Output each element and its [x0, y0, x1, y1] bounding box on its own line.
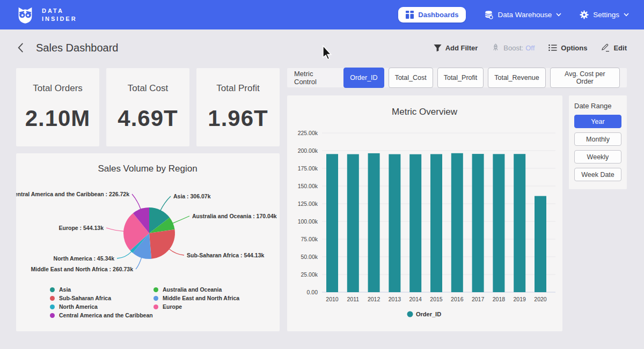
legend-label: Central America and the Caribbean	[59, 312, 153, 318]
pie-leader-line	[172, 216, 189, 224]
date-range-panel: Date Range YearMonthlyWeeklyWeek Date	[569, 95, 627, 189]
dashboards-icon	[406, 11, 414, 19]
bar-2011[interactable]	[347, 154, 359, 292]
edit-pencil-icon	[601, 43, 610, 52]
pie-leader-line	[169, 249, 184, 255]
rocket-icon	[492, 43, 500, 52]
settings-menu[interactable]: Settings	[580, 10, 629, 19]
legend-label[interactable]: Order_ID	[416, 311, 441, 317]
filter-icon	[434, 44, 442, 52]
bar-2013[interactable]	[389, 154, 400, 292]
pie-label-australia-and-oceania: Australia and Oceania : 170.04k	[192, 213, 277, 219]
y-tick-label: 225.00k	[298, 130, 318, 136]
metric-control-bar: Metric Control Order_IDTotal_CostTotal_P…	[287, 68, 627, 87]
legend-dot	[153, 305, 158, 309]
kpi-card-total-profit: Total Profit 1.96T	[196, 68, 280, 146]
legend-dot	[50, 313, 55, 318]
pie-label-sub-saharan-africa: Sub-Saharan Africa : 544.13k	[187, 252, 264, 258]
kpi-label: Total Orders	[33, 83, 83, 94]
dashboards-button[interactable]: Dashboards	[398, 7, 466, 23]
x-tick-label: 2011	[347, 296, 360, 302]
add-filter-label: Add Filter	[445, 44, 478, 52]
kpi-card-total-cost: Total Cost 4.69T	[106, 68, 189, 146]
legend-dot	[50, 287, 55, 292]
y-tick-label: 50.00k	[301, 254, 318, 260]
options-list-icon	[548, 44, 557, 51]
metric-chip-order-id[interactable]: Order_ID	[343, 68, 384, 88]
legend-label: Australia and Oceania	[163, 286, 222, 293]
bar-2019[interactable]	[514, 154, 525, 292]
date-range-weekly-button[interactable]: Weekly	[574, 150, 621, 164]
legend-dot	[50, 305, 55, 309]
metric-chip-total-profit[interactable]: Total_Profit	[437, 68, 484, 88]
date-range-monthly-button[interactable]: Monthly	[574, 132, 621, 146]
y-tick-label: 150.00k	[298, 183, 318, 189]
x-tick-label: 2017	[472, 296, 485, 302]
bar-chart-title: Metric Overview	[392, 107, 458, 117]
bar-2014[interactable]	[409, 154, 421, 292]
options-label: Options	[561, 44, 587, 52]
data-warehouse-menu[interactable]: Data Warehouse	[484, 10, 561, 19]
boost-value: Off	[525, 44, 535, 52]
x-tick-label: 2016	[451, 296, 464, 302]
brand[interactable]: DATA INSIDER	[15, 5, 77, 25]
pie-legend-item-sub-saharan-africa[interactable]: Sub-Saharan Africa	[50, 295, 111, 301]
date-range-week-date-button[interactable]: Week Date	[574, 168, 621, 181]
y-tick-label: 75.00k	[301, 236, 318, 242]
y-tick-label: 175.00k	[298, 165, 318, 172]
bar-2017[interactable]	[472, 154, 484, 292]
data-warehouse-label: Data Warehouse	[497, 11, 552, 19]
legend-label: Middle East and North Africa	[163, 295, 239, 301]
bar-2016[interactable]	[451, 153, 463, 292]
kpi-value: 2.10M	[25, 106, 91, 131]
bar-2015[interactable]	[430, 154, 442, 292]
owl-logo-icon	[15, 5, 35, 25]
pie-legend-item-australia-and-oceania[interactable]: Australia and Oceania	[153, 286, 222, 293]
metric-chip-avg-cost-per-order[interactable]: Avg. Cost per Order	[550, 68, 620, 88]
pie-legend-item-asia[interactable]: Asia	[50, 286, 71, 293]
boost-toggle[interactable]: Boost: Off	[492, 43, 535, 52]
options-button[interactable]: Options	[548, 44, 587, 52]
gear-icon	[580, 10, 589, 19]
bar-2020[interactable]	[535, 196, 546, 292]
x-tick-label: 2020	[534, 296, 547, 302]
chevron-down-icon	[624, 13, 629, 17]
add-filter-button[interactable]: Add Filter	[434, 44, 478, 52]
back-button[interactable]	[17, 42, 24, 53]
pie-legend-item-central-america-and-the-caribbean[interactable]: Central America and the Caribbean	[50, 312, 153, 318]
x-tick-label: 2010	[326, 296, 339, 302]
edit-button[interactable]: Edit	[601, 43, 627, 52]
brand-line1: DATA	[42, 8, 77, 14]
y-tick-label: 0.00	[307, 289, 318, 295]
pie-legend-item-europe[interactable]: Europe	[153, 303, 182, 310]
bar-2018[interactable]	[493, 154, 504, 292]
date-range-year-button[interactable]: Year	[574, 115, 621, 128]
x-tick-label: 2012	[368, 296, 380, 302]
legend-dot	[407, 311, 413, 317]
kpi-label: Total Cost	[128, 83, 169, 94]
metric-chip-total-revenue[interactable]: Total_Revenue	[488, 68, 545, 88]
brand-line2: INSIDER	[42, 16, 77, 22]
bar-2010[interactable]	[326, 154, 338, 292]
bar-2012[interactable]	[368, 153, 380, 292]
pie-label-europe: Europe : 544.13k	[59, 225, 104, 231]
database-icon	[484, 10, 493, 19]
y-tick-label: 100.00k	[298, 218, 318, 225]
pie-label-north-america: North America : 45.34k	[54, 255, 115, 262]
pie-slice-sub-saharan-africa[interactable]	[149, 229, 175, 259]
edit-label: Edit	[613, 44, 627, 52]
dashboards-label: Dashboards	[418, 11, 458, 19]
pie-leader-line	[136, 257, 142, 269]
pie-legend-item-north-america[interactable]: North America	[50, 303, 98, 310]
pie-leader-line	[132, 194, 141, 210]
navbar: DATA INSIDER Dashboards Data Warehouse	[0, 0, 644, 29]
metric-chip-total-cost[interactable]: Total_Cost	[389, 68, 433, 88]
pie-legend-item-middle-east-and-north-africa[interactable]: Middle East and North Africa	[153, 295, 239, 301]
page-title: Sales Dashboard	[36, 42, 118, 54]
page-header: Sales Dashboard Add Filter Boost: Off	[0, 29, 644, 66]
legend-label: North America	[59, 303, 98, 310]
legend-dot	[153, 296, 158, 301]
sales-volume-chart-panel: Sales Volume by RegionAsia : 306.07kAust…	[16, 153, 280, 331]
pie-leader-line	[106, 228, 124, 231]
pie-leader-line	[160, 196, 171, 211]
